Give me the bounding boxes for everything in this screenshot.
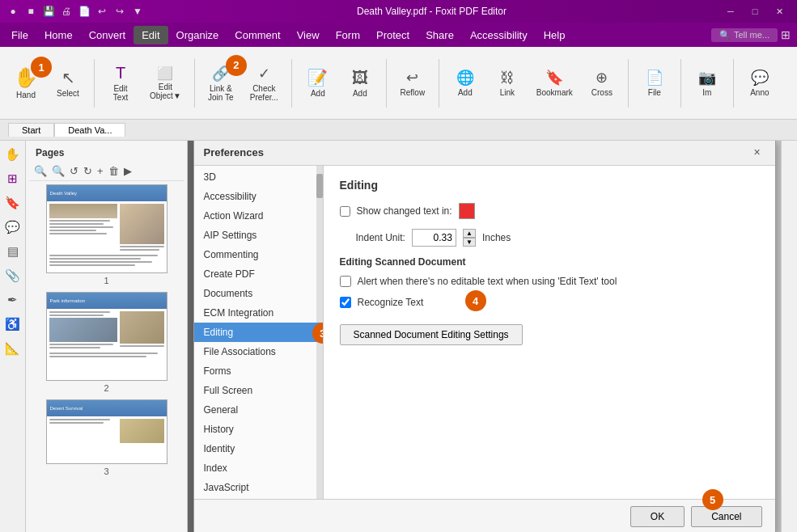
web-add-button[interactable]: 🌐 Add [446,65,485,100]
page-thumb-1[interactable]: Death Valley [29,184,184,285]
sidebar-bookmark-icon[interactable]: 🔖 [2,192,23,213]
thumb-zoom-in[interactable]: 🔍 [32,163,49,179]
menu-help[interactable]: Help [536,26,574,44]
menu-convert[interactable]: Convert [81,26,134,44]
app-icon-doc[interactable]: 📄 [78,5,91,18]
dialog-content-panel: Editing Show changed text in: Indent Uni… [324,166,775,499]
sidebar-measure-icon[interactable]: 📐 [2,338,23,359]
menu-form[interactable]: Form [328,26,368,44]
link-add-button[interactable]: ⛓ Link [488,66,527,100]
main-area: ✋ ⊞ 🔖 💬 ▤ 📎 ✒ ♿ 📐 Pages 🔍 🔍 ↺ ↻ + 🗑 ▶ De… [0,141,797,532]
changed-text-color-swatch[interactable] [459,203,475,219]
select-tool-button[interactable]: ↖ Select [49,65,87,101]
file-label: File [648,88,661,97]
check-preferences-button[interactable]: ✓ CheckPrefer... [244,61,285,105]
recognize-text-checkbox[interactable] [340,297,351,308]
list-item-action-wizard[interactable]: Action Wizard [194,206,323,226]
list-item-aip-settings[interactable]: AIP Settings [194,226,323,245]
link-icon: 🔗 [212,65,230,82]
check-icon: ✓ [258,65,270,82]
app-icon-print[interactable]: 🖨 [60,5,73,18]
minimize-button[interactable]: ─ [719,2,742,20]
menu-edit[interactable]: Edit [134,26,167,44]
thumb-zoom-out[interactable]: 🔍 [50,163,66,179]
list-item-commenting[interactable]: Commenting [194,245,323,264]
tab-start[interactable]: Start [8,123,54,137]
list-item-accessibility[interactable]: Accessibility [194,187,323,206]
thumb-insert[interactable]: + [95,163,105,179]
list-item-javascript[interactable]: JavaScript [194,478,323,497]
ok-button[interactable]: OK [630,506,685,527]
app-icon-undo[interactable]: ↩ [95,5,108,18]
link-join-button[interactable]: 🔗 Link &Join Te 2 [201,61,240,105]
list-item-editing[interactable]: Editing3 [194,323,323,342]
scanned-settings-button[interactable]: Scanned Document Editing Settings [340,324,523,345]
menu-organize[interactable]: Organize [168,26,227,44]
sidebar-layers-icon[interactable]: ▤ [2,241,23,262]
app-icon-more[interactable]: ▼ [131,5,144,18]
hand-tool-button[interactable]: ✋ Hand 1 [6,63,45,103]
app-icon-redo[interactable]: ↪ [113,5,126,18]
menu-accessibility[interactable]: Accessibility [462,26,536,44]
menu-view[interactable]: View [289,26,328,44]
list-item-forms[interactable]: Forms [194,361,323,381]
thumb-delete[interactable]: 🗑 [107,163,121,179]
thumb-rotate-right[interactable]: ↻ [82,163,94,179]
menu-comment[interactable]: Comment [227,26,288,44]
menu-protect[interactable]: Protect [368,26,418,44]
add-button-1[interactable]: 📝 Add [299,65,337,101]
alert-no-editable-checkbox[interactable] [340,276,351,287]
sidebar-pages-icon[interactable]: ⊞ [2,168,23,189]
sidebar-sign-icon[interactable]: ✒ [2,289,23,310]
menu-share[interactable]: Share [418,26,462,44]
indent-unit-input[interactable]: 0.33 [412,229,456,247]
sidebar-clip-icon[interactable]: 📎 [2,265,23,286]
app-icon-save[interactable]: 💾 [42,5,55,18]
list-scrollbar-thumb[interactable] [316,174,323,198]
sidebar-accessibility-icon[interactable]: ♿ [2,314,23,335]
cross-button[interactable]: ⊕ Cross [583,65,621,100]
cancel-button[interactable]: Cancel [691,506,761,527]
reflow-button[interactable]: ↩ Reflow [393,65,432,100]
thumb-rotate-left[interactable]: ↺ [68,163,80,179]
list-item-create-pdf[interactable]: Create PDF [194,264,323,284]
list-item-ecm-integration[interactable]: ECM Integration [194,303,323,323]
image-button[interactable]: 📷 Im [688,65,727,100]
list-item-full-screen[interactable]: Full Screen [194,381,323,400]
list-item-history[interactable]: History [194,420,323,439]
tab-death-valley[interactable]: Death Va... [54,123,125,137]
sidebar-hand-icon[interactable]: ✋ [2,144,23,165]
page-thumb-3-img: Desert Survival [46,399,167,464]
list-item-index[interactable]: Index [194,458,323,478]
dialog-close-button[interactable]: × [749,144,765,160]
separator-1 [94,59,95,108]
page-3-number: 3 [104,467,108,476]
file-button[interactable]: 📄 File [635,65,674,100]
thumb-more[interactable]: ▶ [122,163,134,179]
expand-icon[interactable]: ⊞ [781,28,791,41]
show-changed-text-checkbox[interactable] [340,206,350,217]
indent-down-button[interactable]: ▼ [463,238,476,247]
edit-text-button[interactable]: T EditText [101,61,140,105]
list-item-documents[interactable]: Documents [194,284,323,303]
bookmark-button[interactable]: 🔖 Bookmark [530,65,579,100]
separator-7 [680,59,681,108]
sidebar-comment-icon[interactable]: 💬 [2,217,23,238]
close-button[interactable]: ✕ [768,2,791,20]
maximize-button[interactable]: □ [744,2,766,20]
add-button-2[interactable]: 🖼 Add [341,65,379,101]
list-item-general[interactable]: General [194,400,323,420]
list-item-identity[interactable]: Identity [194,439,323,458]
page-thumb-2[interactable]: Park information [29,292,184,393]
list-item-file-associations[interactable]: File Associations [194,342,323,361]
list-item-3d[interactable]: 3D [194,167,323,187]
indent-up-button[interactable]: ▲ [463,229,476,238]
edit-object-button[interactable]: ⬜ EditObject▼ [143,62,188,103]
page-thumb-3[interactable]: Desert Survival 3 [29,399,184,476]
app-icon-circle: ● [6,5,19,18]
search-bar[interactable]: 🔍 Tell me... [711,28,778,42]
thumbnails-title: Pages [36,147,64,158]
menu-home[interactable]: Home [36,26,81,44]
anno-button[interactable]: 💬 Anno [740,65,779,100]
menu-file[interactable]: File [3,26,36,44]
